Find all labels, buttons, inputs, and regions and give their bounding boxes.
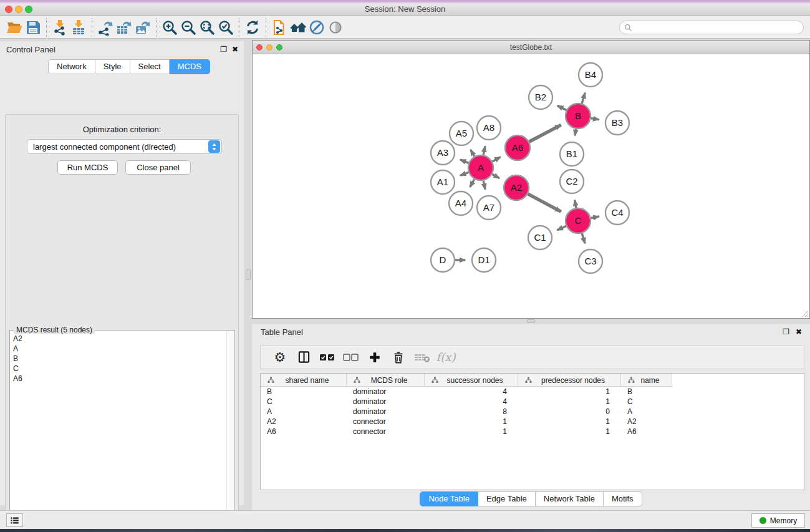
table-row[interactable]: Adominator80A <box>261 407 804 417</box>
run-mcds-button[interactable]: Run MCDS <box>57 160 118 175</box>
show-hide-icon[interactable] <box>326 19 345 36</box>
tab-network-table[interactable]: Network Table <box>536 491 604 506</box>
edge-C-C1[interactable] <box>557 226 566 230</box>
table-row[interactable]: Cdominator41C <box>261 397 804 407</box>
node-C1[interactable]: C1 <box>528 226 552 249</box>
node-A3[interactable]: A3 <box>431 141 455 165</box>
edge-B-B2[interactable] <box>557 105 566 110</box>
criterion-dropdown[interactable]: largest connected component (directed) <box>27 139 222 154</box>
node-D[interactable]: D <box>431 248 455 272</box>
node-C4[interactable]: C4 <box>605 201 629 225</box>
edge-C-C2[interactable] <box>575 200 576 208</box>
panel-splitter-handle[interactable] <box>246 269 251 280</box>
node-B1[interactable]: B1 <box>560 142 584 166</box>
export-table-icon[interactable] <box>115 19 133 36</box>
tab-motifs[interactable]: Motifs <box>604 491 642 506</box>
zoom-fit-icon[interactable] <box>198 19 216 36</box>
column-header-predecessor-nodes[interactable]: predecessor nodes <box>518 374 621 387</box>
node-C2[interactable]: C2 <box>560 170 584 193</box>
mcds-result-item[interactable]: A <box>13 344 234 354</box>
edge-B-B3[interactable] <box>591 118 599 120</box>
column-header-mcds-role[interactable]: MCDS role <box>347 374 425 387</box>
column-header-shared-name[interactable]: shared name <box>261 374 347 387</box>
node-A7[interactable]: A7 <box>477 196 501 220</box>
edge-B-B4[interactable] <box>582 93 585 104</box>
delete-icon[interactable] <box>387 348 410 367</box>
select-all-icon[interactable] <box>316 348 339 367</box>
edge-A-A2[interactable] <box>492 174 499 178</box>
edge-B-B1[interactable] <box>575 129 576 136</box>
zoom-in-icon[interactable] <box>160 19 179 36</box>
node-C[interactable]: C <box>566 208 591 233</box>
node-B3[interactable]: B3 <box>605 111 629 135</box>
edge-C-C4[interactable] <box>591 216 599 218</box>
tab-style[interactable]: Style <box>95 59 130 74</box>
mcds-result-item[interactable]: A6 <box>13 374 234 384</box>
memory-button[interactable]: Memory <box>751 513 805 528</box>
open-file-icon[interactable] <box>5 19 24 36</box>
new-network-file-icon[interactable] <box>270 19 289 36</box>
node-A4[interactable]: A4 <box>449 191 473 215</box>
edge-A-A3[interactable] <box>460 160 469 163</box>
mcds-result-item[interactable]: C <box>13 364 234 374</box>
table-close-icon[interactable]: ✖ <box>796 328 802 336</box>
column-header-successor-nodes[interactable]: successor nodes <box>425 374 518 387</box>
refresh-icon[interactable] <box>243 19 262 36</box>
table-row[interactable]: A6connector11A6 <box>261 427 804 437</box>
edge-A-A6[interactable] <box>492 157 500 162</box>
edge-A-A1[interactable] <box>460 172 468 175</box>
tab-network[interactable]: Network <box>48 59 95 74</box>
hide-annotations-icon[interactable] <box>307 19 326 36</box>
edge-A-A4[interactable] <box>470 179 475 187</box>
tab-edge-table[interactable]: Edge Table <box>478 491 536 506</box>
node-D1[interactable]: D1 <box>472 248 496 272</box>
import-network-icon[interactable] <box>51 19 69 36</box>
search-field[interactable] <box>619 21 804 34</box>
node-A5[interactable]: A5 <box>450 122 473 145</box>
edge-C-C3[interactable] <box>582 233 585 243</box>
mcds-result-item[interactable]: B <box>13 354 234 364</box>
edge-A6-B[interactable] <box>529 125 561 142</box>
node-A8[interactable]: A8 <box>477 116 501 140</box>
node-B[interactable]: B <box>566 104 591 128</box>
close-panel-icon[interactable]: ✖ <box>232 46 238 53</box>
deselect-all-icon[interactable] <box>339 348 363 367</box>
network-canvas[interactable]: B4B2BB3A5A8A6A3AB1A1C2A4A7A2C4CC1C3DD1 <box>253 54 809 318</box>
table-float-icon[interactable]: ❐ <box>783 328 789 336</box>
import-table-icon[interactable] <box>69 19 88 36</box>
tab-mcds[interactable]: MCDS <box>170 59 210 74</box>
node-B2[interactable]: B2 <box>529 85 552 109</box>
resize-grip-icon[interactable] <box>801 310 809 317</box>
task-history-button[interactable] <box>6 513 23 527</box>
tab-node-table[interactable]: Node Table <box>420 491 478 506</box>
node-A6[interactable]: A6 <box>505 135 530 160</box>
result-scrollbar[interactable] <box>226 331 234 532</box>
settings-icon[interactable]: ⚙ <box>268 348 292 367</box>
save-session-icon[interactable] <box>24 19 42 36</box>
mcds-result-item[interactable]: A2 <box>13 334 234 344</box>
node-A1[interactable]: A1 <box>431 170 455 194</box>
column-header-name[interactable]: name <box>621 374 672 387</box>
table-row[interactable]: A2connector11A2 <box>261 417 804 427</box>
table-row[interactable]: Bdominator41B <box>261 387 804 397</box>
home-browser-icon[interactable] <box>289 19 307 36</box>
edge-A2-C[interactable] <box>528 194 561 211</box>
edge-A-A5[interactable] <box>471 150 475 157</box>
node-A[interactable]: A <box>468 155 493 180</box>
search-input[interactable] <box>632 23 803 32</box>
export-network-icon[interactable] <box>96 19 115 36</box>
node-A2[interactable]: A2 <box>504 175 529 200</box>
edge-A-A8[interactable] <box>483 146 485 155</box>
tab-select[interactable]: Select <box>130 59 170 74</box>
node-B4[interactable]: B4 <box>579 63 602 87</box>
float-panel-icon[interactable]: ❐ <box>220 46 227 53</box>
zoom-selected-icon[interactable] <box>216 19 235 36</box>
export-image-icon[interactable] <box>133 19 152 36</box>
zoom-out-icon[interactable] <box>179 19 198 36</box>
edge-A-A7[interactable] <box>483 181 485 190</box>
table-splitter-handle[interactable] <box>527 319 535 323</box>
close-panel-button[interactable]: Close panel <box>125 160 191 175</box>
add-icon[interactable] <box>363 348 387 367</box>
node-C3[interactable]: C3 <box>579 249 602 273</box>
show-columns-icon[interactable] <box>292 348 316 367</box>
